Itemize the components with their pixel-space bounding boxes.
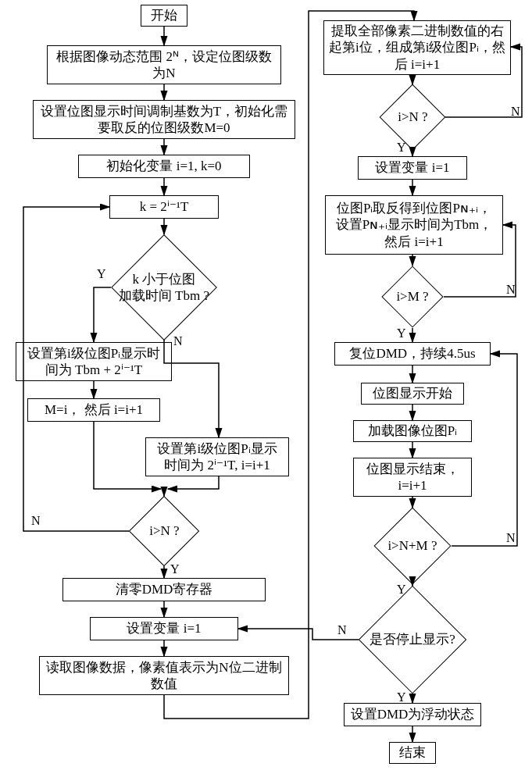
step-invert-pi: 位图Pᵢ取反得到位图Pɴ₊ᵢ，设置Pɴ₊ᵢ显示时间为Tbm，然后 i=i+1 xyxy=(325,195,503,255)
svg-text:Y: Y xyxy=(97,267,106,280)
decision-i-gt-nm-text: i>N+M ? xyxy=(387,537,437,554)
decision-k-line2: 加载时间 Tbm ? xyxy=(119,288,209,303)
step-extract-bit: 提取全部像素二进制数值的右起第i位，组成第i级位图Pᵢ，然后 i=i+1 xyxy=(323,20,511,75)
step-read-image-data: 读取图像数据，像素值表示为N位二进制数值 xyxy=(39,656,289,695)
step-clear-dmd: 清零DMD寄存器 xyxy=(62,578,266,601)
end-terminal: 结束 xyxy=(389,742,436,764)
step-load-bitmap: 加载图像位图Pᵢ xyxy=(353,420,472,442)
step-dmd-float: 设置DMD为浮动状态 xyxy=(344,703,481,726)
step-init-t-m: 设置位图显示时间调制基数为T，初始化需要取反的位图级数M=0 xyxy=(33,100,295,139)
svg-text:N: N xyxy=(337,623,347,637)
decision-i-gt-m-text: i>M ? xyxy=(396,288,428,305)
decision-k-lt-tbm: k 小于位图 加载时间 Tbm ? xyxy=(111,234,217,341)
step-set-i-1-right: 设置变量 i=1 xyxy=(358,156,467,180)
svg-text:N: N xyxy=(31,514,41,527)
svg-text:Y: Y xyxy=(397,690,406,704)
decision-i-gt-n-left-text: i>N ? xyxy=(149,522,179,539)
svg-text:N: N xyxy=(506,531,516,544)
step-init-ik: 初始化变量 i=1, k=0 xyxy=(78,155,250,178)
decision-k-line1: k 小于位图 xyxy=(133,272,196,287)
decision-stop-display-text: 是否停止显示? xyxy=(370,631,455,647)
step-reset-dmd: 复位DMD，持续4.5us xyxy=(334,342,491,366)
step-display-begin: 位图显示开始 xyxy=(361,383,464,405)
step-k-formula: k = 2ⁱ⁻¹T xyxy=(109,195,219,219)
svg-text:N: N xyxy=(173,334,183,348)
start-terminal: 开始 xyxy=(141,5,187,27)
svg-text:N: N xyxy=(506,283,516,296)
step-set-display-2t: 设置第i级位图Pᵢ显示时间为 2ⁱ⁻¹T, i=i+1 xyxy=(145,437,289,476)
svg-text:N: N xyxy=(511,105,520,118)
step-set-levels: 根据图像动态范围 2ᴺ，设定位图级数为N xyxy=(47,45,281,84)
decision-i-gt-n-right-text: i>N ? xyxy=(398,109,427,125)
step-display-end: 位图显示结束，i=i+1 xyxy=(353,458,472,497)
step-set-i-1-left: 设置变量 i=1 xyxy=(90,617,238,640)
decision-i-gt-nm: i>N+M ? xyxy=(374,508,452,585)
decision-i-gt-n-left: i>N ? xyxy=(129,496,200,567)
svg-text:Y: Y xyxy=(170,562,180,576)
decision-i-gt-m: i>M ? xyxy=(381,266,443,327)
step-m-equals-i: M=i， 然后 i=i+1 xyxy=(27,398,160,422)
decision-i-gt-n-right: i>N ? xyxy=(380,84,446,151)
svg-text:Y: Y xyxy=(397,326,406,340)
step-set-display-tbm: 设置第i级位图Pᵢ显示时间为 Tbm + 2ⁱ⁻¹T xyxy=(16,342,172,381)
decision-stop-display: 是否停止显示? xyxy=(359,586,467,694)
